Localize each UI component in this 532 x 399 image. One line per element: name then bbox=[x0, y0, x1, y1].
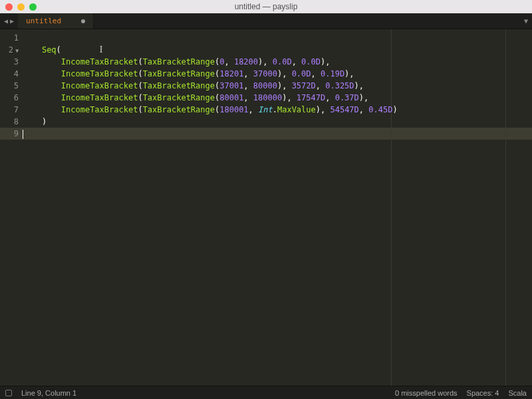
line-number: 4 bbox=[0, 68, 23, 80]
tab-dirty-indicator-icon bbox=[81, 19, 85, 23]
code-area[interactable]: Seq( IncomeTaxBracket(TaxBracketRange(0,… bbox=[23, 29, 532, 386]
line-number: 8 bbox=[0, 116, 23, 128]
status-indentation[interactable]: Spaces: 4 bbox=[467, 389, 499, 397]
tab-history-nav: ◀ ▶ bbox=[0, 13, 18, 29]
tab-label: untitled bbox=[26, 17, 61, 25]
tab-bar: ◀ ▶ untitled ▼ bbox=[0, 13, 532, 29]
code-line: IncomeTaxBracket(TaxBracketRange(80001, … bbox=[23, 92, 532, 104]
mouse-ibeam-icon bbox=[100, 46, 104, 55]
status-bar: Line 9, Column 1 0 misspelled words Spac… bbox=[0, 386, 532, 399]
code-line: IncomeTaxBracket(TaxBracketRange(18201, … bbox=[23, 68, 532, 80]
window-title: untitled — payslip bbox=[235, 2, 298, 11]
code-line: Seq( bbox=[23, 44, 532, 56]
window-controls bbox=[5, 3, 37, 11]
text-cursor-icon bbox=[23, 130, 23, 139]
code-line: IncomeTaxBracket(TaxBracketRange(180001,… bbox=[23, 104, 532, 116]
status-spellcheck[interactable]: 0 misspelled words bbox=[395, 389, 458, 397]
close-window-icon[interactable] bbox=[5, 3, 13, 11]
nav-forward-icon[interactable]: ▶ bbox=[10, 17, 14, 25]
line-number: 3 bbox=[0, 56, 23, 68]
code-line bbox=[23, 128, 532, 140]
code-line: IncomeTaxBracket(TaxBracketRange(37001, … bbox=[23, 80, 532, 92]
nav-back-icon[interactable]: ◀ bbox=[4, 17, 8, 25]
tab-overflow-icon[interactable]: ▼ bbox=[524, 13, 528, 29]
line-number: 5 bbox=[0, 80, 23, 92]
minimize-window-icon[interactable] bbox=[17, 3, 25, 11]
line-number: 1 bbox=[0, 32, 23, 44]
line-number: 7 bbox=[0, 104, 23, 116]
status-panel-icon[interactable] bbox=[5, 390, 12, 396]
tab-untitled[interactable]: untitled bbox=[18, 13, 94, 29]
code-line: IncomeTaxBracket(TaxBracketRange(0, 1820… bbox=[23, 56, 532, 68]
code-line bbox=[23, 32, 532, 44]
line-number: 2▼ bbox=[0, 44, 23, 56]
line-number: 9 bbox=[0, 128, 23, 140]
code-line: ) bbox=[23, 116, 532, 128]
titlebar: untitled — payslip bbox=[0, 0, 532, 13]
status-syntax[interactable]: Scala bbox=[508, 389, 527, 397]
gutter: 1 2▼ 3 4 5 6 7 8 9 bbox=[0, 29, 23, 386]
line-number: 6 bbox=[0, 92, 23, 104]
editor[interactable]: 1 2▼ 3 4 5 6 7 8 9 Seq( IncomeTaxBracket… bbox=[0, 29, 532, 386]
status-cursor-position: Line 9, Column 1 bbox=[21, 389, 76, 397]
zoom-window-icon[interactable] bbox=[29, 3, 37, 11]
